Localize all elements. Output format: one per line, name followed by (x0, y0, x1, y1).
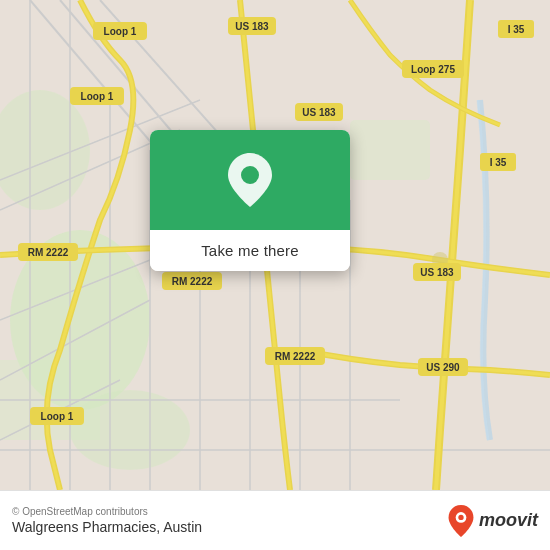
moovit-pin-icon (447, 505, 475, 537)
svg-text:I 35: I 35 (508, 24, 525, 35)
svg-text:Loop 1: Loop 1 (81, 91, 114, 102)
svg-text:Loop 275: Loop 275 (411, 64, 455, 75)
svg-text:RM 2222: RM 2222 (28, 247, 69, 258)
svg-text:US 183: US 183 (420, 267, 454, 278)
moovit-brand-text: moovit (479, 510, 538, 531)
svg-rect-3 (350, 120, 430, 180)
svg-text:US 183: US 183 (302, 107, 336, 118)
svg-text:US 290: US 290 (426, 362, 460, 373)
take-me-there-button[interactable]: Take me there (150, 230, 350, 271)
bottom-bar: © OpenStreetMap contributors Walgreens P… (0, 490, 550, 550)
map-container: Loop 1 US 183 I 35 Loop 275 Loop 1 US 18… (0, 0, 550, 490)
svg-text:RM 2222: RM 2222 (275, 351, 316, 362)
svg-text:I 35: I 35 (490, 157, 507, 168)
svg-text:Loop 1: Loop 1 (104, 26, 137, 37)
svg-text:RM 2222: RM 2222 (172, 276, 213, 287)
popup-green-area (150, 130, 350, 230)
svg-text:Loop 1: Loop 1 (41, 411, 74, 422)
attribution-text: © OpenStreetMap contributors (12, 506, 202, 517)
location-pin-icon (228, 153, 272, 207)
location-name: Walgreens Pharmacies, Austin (12, 519, 202, 535)
popup-card: Take me there (150, 130, 350, 271)
moovit-logo: moovit (447, 505, 538, 537)
svg-text:US 183: US 183 (235, 21, 269, 32)
bottom-left-info: © OpenStreetMap contributors Walgreens P… (12, 506, 202, 535)
svg-point-54 (458, 514, 463, 519)
svg-point-52 (241, 166, 259, 184)
